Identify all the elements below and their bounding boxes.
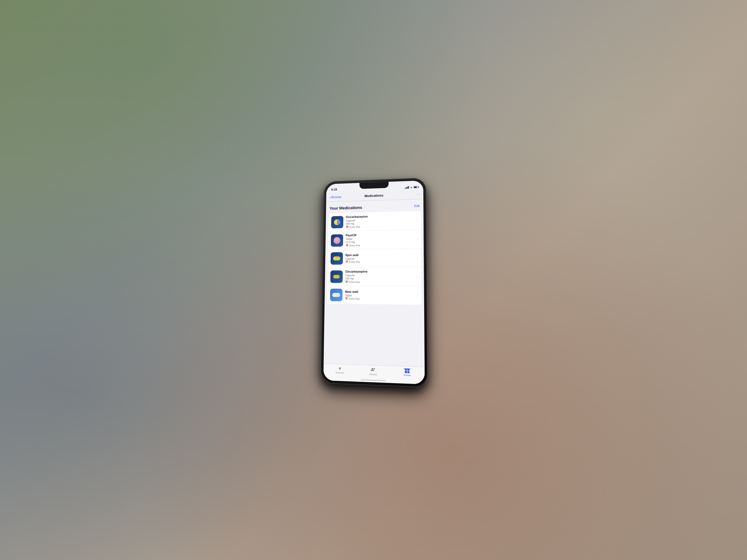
browse-grid-icon: [405, 368, 410, 373]
phone-screen: 6:18 ▲ ‹ Bro: [324, 181, 425, 384]
status-time: 6:18: [331, 188, 337, 191]
tablet-white-icon: [332, 293, 340, 297]
signal-icon: [405, 186, 409, 189]
status-icons: ▲: [405, 186, 418, 189]
calendar-icon: 📅: [345, 297, 348, 300]
tab-summary[interactable]: ♥ Summary: [324, 366, 356, 374]
med-schedule: 📅 Every Day: [345, 281, 415, 283]
calendar-icon: 📅: [345, 281, 348, 283]
chevron-right-icon: ›: [417, 256, 418, 260]
section-title: Your Medications: [330, 205, 362, 211]
capsule-bicolor-icon: [334, 219, 340, 225]
battery-icon: [413, 186, 418, 188]
med-name: Oxcarbazepine: [345, 270, 415, 273]
med-item-oxcarbazepine-300[interactable]: Oxcarbazepine Capsule 300 mg 📅 Every Day…: [328, 211, 421, 232]
schedule-text: Every Day: [349, 297, 360, 300]
med-dose: 150 mg: [345, 277, 415, 280]
edit-button[interactable]: Edit: [414, 204, 420, 208]
med-item-new-wali[interactable]: New wali Tablet 📅 Every Day ›: [327, 286, 421, 304]
med-info-new-wali: New wali Tablet 📅 Every Day: [345, 290, 415, 300]
schedule-text: Every Day: [349, 281, 360, 283]
med-item-8pm-wali[interactable]: 8pm wali Capsule 📅 Every Day ›: [328, 249, 421, 267]
chevron-right-icon: ›: [417, 237, 418, 241]
tab-browse[interactable]: Browse: [390, 368, 425, 377]
sharing-icon: [371, 367, 376, 372]
med-info-8pm-wali: 8pm wali Capsule 📅 Every Day: [345, 253, 415, 263]
capsule-yellow-icon: [333, 257, 340, 261]
med-name: 8pm wali: [345, 253, 415, 257]
schedule-text: Every Day: [349, 260, 360, 263]
svg-point-1: [374, 368, 375, 370]
tablet-pink-icon: [334, 237, 340, 244]
med-type: Tablet: [345, 294, 415, 297]
phone-outer: 6:18 ▲ ‹ Bro: [321, 178, 428, 387]
back-chevron-icon: ‹: [329, 195, 331, 199]
med-name: New wali: [345, 290, 415, 294]
heart-icon: ♥: [339, 366, 341, 371]
tab-sharing[interactable]: Sharing: [356, 367, 390, 376]
med-schedule: 📅 Every Day: [345, 243, 415, 247]
med-icon-oxcarbazepine-150: [330, 270, 343, 283]
chevron-right-icon: ›: [417, 293, 418, 297]
back-label: Browse: [331, 195, 341, 199]
capsule-yellow2-icon: [333, 275, 340, 278]
nav-title: Medications: [364, 193, 383, 198]
tab-browse-label: Browse: [404, 374, 411, 376]
med-icon-8pm-wali: [331, 252, 343, 265]
nav-action-icon: ···: [417, 192, 420, 196]
tab-summary-label: Summary: [335, 371, 344, 374]
wifi-icon: ▲: [410, 186, 412, 189]
med-info-oxcarbazepine-300: Oxcarbazepine Capsule 300 mg 📅 Every Day: [346, 214, 415, 229]
med-type: Capsule: [345, 274, 415, 277]
calendar-icon: 📅: [345, 261, 348, 263]
chevron-right-icon: ›: [417, 218, 418, 222]
content-area: Your Medications Edit: [324, 199, 425, 367]
tab-sharing-label: Sharing: [369, 373, 377, 376]
schedule-text: Every Day: [350, 225, 360, 229]
calendar-icon: 📅: [346, 226, 349, 229]
calendar-icon: 📅: [345, 244, 349, 247]
med-item-paxicr[interactable]: PaxiCR Tablet 12.5 mg 📅 Every Day ›: [328, 230, 421, 250]
med-schedule: 📅 Every Day: [345, 297, 415, 300]
med-icon-paxicr: [331, 234, 343, 247]
medications-list: Oxcarbazepine Capsule 300 mg 📅 Every Day…: [327, 211, 421, 304]
phone-notch: [360, 182, 389, 189]
med-item-oxcarbazepine-150[interactable]: Oxcarbazepine Capsule 150 mg 📅 Every Day…: [327, 267, 421, 286]
med-icon-new-wali: [330, 289, 342, 301]
phone-wrapper: 6:18 ▲ ‹ Bro: [321, 178, 428, 387]
back-button[interactable]: ‹ Browse: [329, 195, 341, 199]
tab-bar: ♥ Summary Sharing: [324, 364, 425, 384]
chevron-right-icon: ›: [417, 274, 418, 278]
med-info-paxicr: PaxiCR Tablet 12.5 mg 📅 Every Day: [345, 232, 415, 247]
schedule-text: Every Day: [349, 244, 360, 247]
med-type: Capsule: [345, 257, 415, 260]
med-schedule: 📅 Every Day: [345, 260, 415, 263]
med-icon-oxcarbazepine-300: [331, 216, 343, 228]
svg-point-0: [371, 368, 373, 370]
med-info-oxcarbazepine-150: Oxcarbazepine Capsule 150 mg 📅 Every Day: [345, 270, 415, 283]
